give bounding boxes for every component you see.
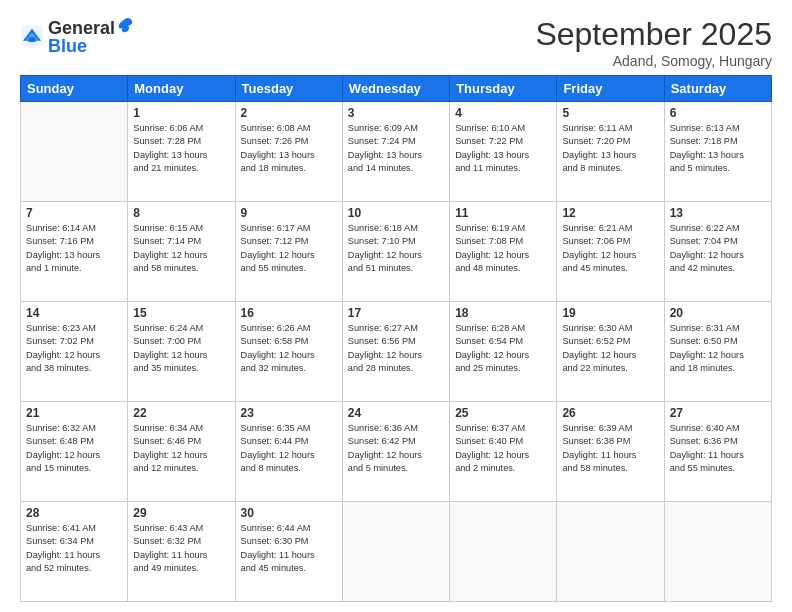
- day-info: Sunrise: 6:24 AMSunset: 7:00 PMDaylight:…: [133, 322, 229, 375]
- calendar-week-row: 7Sunrise: 6:14 AMSunset: 7:16 PMDaylight…: [21, 202, 772, 302]
- calendar-cell: 24Sunrise: 6:36 AMSunset: 6:42 PMDayligh…: [342, 402, 449, 502]
- day-info: Sunrise: 6:22 AMSunset: 7:04 PMDaylight:…: [670, 222, 766, 275]
- calendar-cell: 2Sunrise: 6:08 AMSunset: 7:26 PMDaylight…: [235, 102, 342, 202]
- day-info: Sunrise: 6:26 AMSunset: 6:58 PMDaylight:…: [241, 322, 337, 375]
- calendar-cell: 10Sunrise: 6:18 AMSunset: 7:10 PMDayligh…: [342, 202, 449, 302]
- day-number: 10: [348, 206, 444, 220]
- day-info: Sunrise: 6:34 AMSunset: 6:46 PMDaylight:…: [133, 422, 229, 475]
- day-info: Sunrise: 6:37 AMSunset: 6:40 PMDaylight:…: [455, 422, 551, 475]
- day-info: Sunrise: 6:40 AMSunset: 6:36 PMDaylight:…: [670, 422, 766, 475]
- weekday-header-tuesday: Tuesday: [235, 76, 342, 102]
- day-number: 26: [562, 406, 658, 420]
- day-number: 28: [26, 506, 122, 520]
- day-info: Sunrise: 6:32 AMSunset: 6:48 PMDaylight:…: [26, 422, 122, 475]
- calendar-table: SundayMondayTuesdayWednesdayThursdayFrid…: [20, 75, 772, 602]
- calendar-cell: 20Sunrise: 6:31 AMSunset: 6:50 PMDayligh…: [664, 302, 771, 402]
- day-number: 18: [455, 306, 551, 320]
- logo: General Blue: [20, 16, 135, 55]
- calendar-cell: 23Sunrise: 6:35 AMSunset: 6:44 PMDayligh…: [235, 402, 342, 502]
- calendar-cell: 7Sunrise: 6:14 AMSunset: 7:16 PMDaylight…: [21, 202, 128, 302]
- day-info: Sunrise: 6:18 AMSunset: 7:10 PMDaylight:…: [348, 222, 444, 275]
- weekday-header-friday: Friday: [557, 76, 664, 102]
- title-block: September 2025 Adand, Somogy, Hungary: [535, 16, 772, 69]
- calendar-cell: 5Sunrise: 6:11 AMSunset: 7:20 PMDaylight…: [557, 102, 664, 202]
- day-number: 16: [241, 306, 337, 320]
- day-info: Sunrise: 6:08 AMSunset: 7:26 PMDaylight:…: [241, 122, 337, 175]
- day-info: Sunrise: 6:27 AMSunset: 6:56 PMDaylight:…: [348, 322, 444, 375]
- calendar-cell: 11Sunrise: 6:19 AMSunset: 7:08 PMDayligh…: [450, 202, 557, 302]
- day-info: Sunrise: 6:09 AMSunset: 7:24 PMDaylight:…: [348, 122, 444, 175]
- logo-bird-icon: [116, 16, 134, 34]
- day-info: Sunrise: 6:15 AMSunset: 7:14 PMDaylight:…: [133, 222, 229, 275]
- day-number: 8: [133, 206, 229, 220]
- calendar-cell: 16Sunrise: 6:26 AMSunset: 6:58 PMDayligh…: [235, 302, 342, 402]
- day-number: 2: [241, 106, 337, 120]
- calendar-cell: 29Sunrise: 6:43 AMSunset: 6:32 PMDayligh…: [128, 502, 235, 602]
- calendar-week-row: 21Sunrise: 6:32 AMSunset: 6:48 PMDayligh…: [21, 402, 772, 502]
- calendar-cell: 30Sunrise: 6:44 AMSunset: 6:30 PMDayligh…: [235, 502, 342, 602]
- day-number: 17: [348, 306, 444, 320]
- calendar-cell: 17Sunrise: 6:27 AMSunset: 6:56 PMDayligh…: [342, 302, 449, 402]
- header: General Blue September 2025 Adand, Somog…: [20, 16, 772, 69]
- weekday-header-sunday: Sunday: [21, 76, 128, 102]
- calendar-cell: 8Sunrise: 6:15 AMSunset: 7:14 PMDaylight…: [128, 202, 235, 302]
- calendar-cell: 25Sunrise: 6:37 AMSunset: 6:40 PMDayligh…: [450, 402, 557, 502]
- calendar-cell: [450, 502, 557, 602]
- day-info: Sunrise: 6:31 AMSunset: 6:50 PMDaylight:…: [670, 322, 766, 375]
- calendar-cell: [664, 502, 771, 602]
- calendar-cell: 19Sunrise: 6:30 AMSunset: 6:52 PMDayligh…: [557, 302, 664, 402]
- calendar-cell: 15Sunrise: 6:24 AMSunset: 7:00 PMDayligh…: [128, 302, 235, 402]
- calendar-cell: 22Sunrise: 6:34 AMSunset: 6:46 PMDayligh…: [128, 402, 235, 502]
- weekday-header-monday: Monday: [128, 76, 235, 102]
- day-number: 20: [670, 306, 766, 320]
- weekday-header-thursday: Thursday: [450, 76, 557, 102]
- calendar-cell: 1Sunrise: 6:06 AMSunset: 7:28 PMDaylight…: [128, 102, 235, 202]
- weekday-header-wednesday: Wednesday: [342, 76, 449, 102]
- day-number: 19: [562, 306, 658, 320]
- day-info: Sunrise: 6:21 AMSunset: 7:06 PMDaylight:…: [562, 222, 658, 275]
- day-number: 12: [562, 206, 658, 220]
- svg-rect-3: [28, 37, 35, 42]
- day-number: 23: [241, 406, 337, 420]
- calendar-cell: 9Sunrise: 6:17 AMSunset: 7:12 PMDaylight…: [235, 202, 342, 302]
- calendar-week-row: 14Sunrise: 6:23 AMSunset: 7:02 PMDayligh…: [21, 302, 772, 402]
- day-number: 27: [670, 406, 766, 420]
- logo-general: General: [48, 19, 115, 37]
- logo-blue: Blue: [48, 37, 135, 55]
- calendar-cell: 12Sunrise: 6:21 AMSunset: 7:06 PMDayligh…: [557, 202, 664, 302]
- day-info: Sunrise: 6:44 AMSunset: 6:30 PMDaylight:…: [241, 522, 337, 575]
- calendar-cell: 3Sunrise: 6:09 AMSunset: 7:24 PMDaylight…: [342, 102, 449, 202]
- day-number: 14: [26, 306, 122, 320]
- calendar-header-row: SundayMondayTuesdayWednesdayThursdayFrid…: [21, 76, 772, 102]
- day-info: Sunrise: 6:28 AMSunset: 6:54 PMDaylight:…: [455, 322, 551, 375]
- calendar-cell: [21, 102, 128, 202]
- calendar-week-row: 28Sunrise: 6:41 AMSunset: 6:34 PMDayligh…: [21, 502, 772, 602]
- day-number: 15: [133, 306, 229, 320]
- day-info: Sunrise: 6:36 AMSunset: 6:42 PMDaylight:…: [348, 422, 444, 475]
- day-info: Sunrise: 6:17 AMSunset: 7:12 PMDaylight:…: [241, 222, 337, 275]
- calendar-cell: 21Sunrise: 6:32 AMSunset: 6:48 PMDayligh…: [21, 402, 128, 502]
- calendar-cell: 13Sunrise: 6:22 AMSunset: 7:04 PMDayligh…: [664, 202, 771, 302]
- calendar-cell: [557, 502, 664, 602]
- day-number: 1: [133, 106, 229, 120]
- calendar-week-row: 1Sunrise: 6:06 AMSunset: 7:28 PMDaylight…: [21, 102, 772, 202]
- page: General Blue September 2025 Adand, Somog…: [0, 0, 792, 612]
- day-number: 6: [670, 106, 766, 120]
- day-number: 11: [455, 206, 551, 220]
- day-number: 21: [26, 406, 122, 420]
- location-subtitle: Adand, Somogy, Hungary: [535, 53, 772, 69]
- day-number: 7: [26, 206, 122, 220]
- day-number: 4: [455, 106, 551, 120]
- day-number: 25: [455, 406, 551, 420]
- month-title: September 2025: [535, 16, 772, 53]
- day-number: 5: [562, 106, 658, 120]
- day-info: Sunrise: 6:35 AMSunset: 6:44 PMDaylight:…: [241, 422, 337, 475]
- calendar-cell: [342, 502, 449, 602]
- logo-icon: [20, 24, 44, 48]
- day-number: 22: [133, 406, 229, 420]
- day-number: 9: [241, 206, 337, 220]
- day-number: 13: [670, 206, 766, 220]
- calendar-cell: 14Sunrise: 6:23 AMSunset: 7:02 PMDayligh…: [21, 302, 128, 402]
- day-number: 30: [241, 506, 337, 520]
- day-number: 24: [348, 406, 444, 420]
